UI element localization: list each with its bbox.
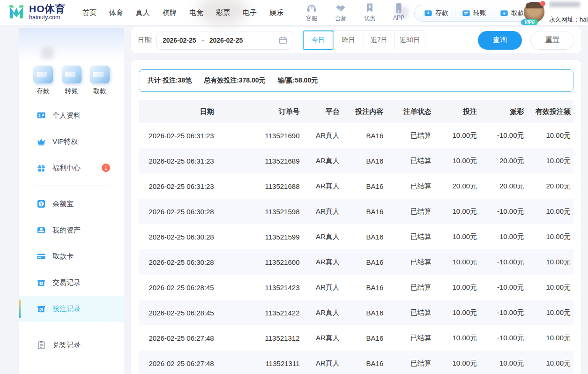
cell-date: 2026-02-25 06:28:45 [139,300,217,325]
range-tab-3[interactable]: 近30日 [394,31,425,50]
cell-payout: -10.00元 [480,275,527,300]
filter-bar: 日期: 2026-02-25 ~ 2026-02-25 今日昨日近7日近30日 … [131,27,581,53]
sidebar-item-label: 兑奖记录 [52,341,81,350]
cell-content: BA16 [342,249,386,275]
cell-payout: -10.00元 [480,199,527,224]
cell-bet: 10.00元 [434,351,480,374]
nav-item-5[interactable]: 彩票 [216,8,230,17]
sidebar-item-label: 交易记录 [52,278,81,287]
cell-platform: AR真人 [302,300,342,325]
notification-dot [540,1,545,6]
date-to-value: 2026-02-25 [209,37,243,44]
assets-icon [37,225,46,235]
cell-platform: AR真人 [302,325,342,351]
sidebar-item-2[interactable]: 福利中心1 [19,155,124,181]
wallet-action-label: 取款 [511,9,524,17]
cell-valid: 10.00元 [527,300,574,325]
nav-item-7[interactable]: 娱乐 [269,8,283,17]
cell-order: 113521688 [217,173,303,199]
sidebar-quick-deposit[interactable]: 存款 [32,66,54,96]
range-tab-2[interactable]: 近7日 [364,31,394,50]
nav-item-0[interactable]: 首页 [82,8,97,17]
quick-link-0[interactable]: 客服 [302,2,321,22]
transfer-3d-icon [62,66,82,83]
cell-order: 113521599 [217,224,303,249]
user-avatar[interactable]: VIP0 [523,1,546,25]
cell-status: 已结算 [386,275,434,300]
sidebar-quick-label: 取款 [93,87,106,96]
cell-bet: 10.00元 [434,300,480,325]
bet-records-panel: 共计 投注:38笔 总有效投注:378.00元 输/赢:58.00元 日期订单号… [131,60,581,374]
brand-logo[interactable]: HO体育 haiouty.com [7,3,66,21]
quick-link-1[interactable]: 合营 [331,2,350,22]
column-header-0: 日期 [139,100,217,123]
nav-item-1[interactable]: 体育 [109,8,123,17]
wallet-deposit-button[interactable]: 存款 [417,8,455,18]
cell-date: 2026-02-25 06:31:23 [139,148,217,173]
sidebar-item-3[interactable]: 余额宝 [19,191,124,217]
cell-valid: 10.00元 [527,249,574,275]
summary-valid-bets: 总有效投注:378.00元 [204,76,265,85]
table-row: 2026-02-25 06:31:23113521688AR真人BA16已结算2… [139,173,573,199]
range-tab-0[interactable]: 今日 [303,31,334,50]
cell-payout: -10.00元 [480,325,527,351]
cell-date: 2026-02-25 06:31:23 [139,123,217,148]
date-range-input[interactable]: 2026-02-25 ~ 2026-02-25 [156,31,293,50]
sidebar-divider [35,327,108,327]
withdraw-3d-icon [90,66,110,83]
sidebar-item-4[interactable]: 我的资产 [19,217,124,243]
sidebar-item-0[interactable]: 个人资料 [19,102,124,128]
sidebar-blurred-balance [41,47,53,59]
quick-link-3[interactable]: APP [389,2,408,22]
sidebar-gradient [19,28,124,61]
sidebar-quick-withdraw[interactable]: 取款 [89,66,111,96]
wallet-transfer-button[interactable]: 转账 [455,8,493,18]
sidebar-item-8[interactable]: 兑奖记录 [19,332,124,358]
bet-records-table: 日期订单号平台投注内容注单状态投注派彩有效投注额 2026-02-25 06:3… [139,100,573,374]
cell-payout: 10.00元 [480,351,527,374]
sidebar-item-5[interactable]: 取款卡 [19,243,124,269]
nav-item-6[interactable]: 电子 [243,8,257,17]
sidebar-quick-transfer[interactable]: 转账 [60,66,83,96]
top-navbar: HO体育 haiouty.com 首页体育真人棋牌电竞彩票电子娱乐 客服 合营¥… [0,0,588,26]
reset-button[interactable]: 重置 [530,31,574,50]
date-range-tabs: 今日昨日近7日近30日 [303,30,425,50]
nav-item-4[interactable]: 电竞 [189,8,203,17]
wallet-3d-icon [33,66,53,83]
sidebar-item-1[interactable]: VIP特权 [19,128,124,155]
nav-item-3[interactable]: 棋牌 [163,8,177,17]
handshake-icon [335,2,346,14]
cell-payout: -10.00元 [480,249,527,275]
nav-item-2[interactable]: 真人 [136,8,150,17]
quick-link-2[interactable]: ¥ 优惠 [360,2,379,22]
cell-platform: AR真人 [302,275,342,300]
column-header-1: 订单号 [217,100,303,123]
table-header-row: 日期订单号平台投注内容注单状态投注派彩有效投注额 [139,100,573,123]
table-row: 2026-02-25 06:28:45113521423AR真人BA16已结算1… [139,275,573,300]
cell-date: 2026-02-25 06:30:28 [139,199,217,224]
id-card-icon [37,111,46,120]
quick-link-label: 客服 [306,15,317,22]
cell-date: 2026-02-25 06:30:28 [139,249,217,275]
column-header-7: 有效投注额 [527,100,574,123]
range-tab-1[interactable]: 昨日 [334,31,364,50]
sidebar-item-label: 取款卡 [52,252,74,261]
sidebar-item-6[interactable]: 交易记录 [19,269,124,296]
cell-date: 2026-02-25 06:28:45 [139,275,217,300]
cell-bet: 10.00元 [434,148,480,173]
cell-platform: AR真人 [302,173,342,199]
cell-valid: 10.00元 [527,148,574,173]
cell-platform: AR真人 [302,148,342,173]
sidebar-item-7[interactable]: 投注记录 [19,296,124,322]
wallet-action-label: 存款 [435,9,448,17]
cell-order: 113521423 [217,275,303,300]
query-button[interactable]: 查询 [478,31,522,50]
cell-bet: 20.00元 [434,173,480,199]
cell-platform: AR真人 [302,351,342,374]
cell-bet: 10.00元 [434,224,480,249]
vip-badge: VIP0 [521,19,538,25]
column-header-3: 投注内容 [342,100,386,123]
cell-payout: -10.00元 [480,224,527,249]
cell-payout: -10.00元 [480,300,527,325]
transaction-record-icon [37,278,46,287]
